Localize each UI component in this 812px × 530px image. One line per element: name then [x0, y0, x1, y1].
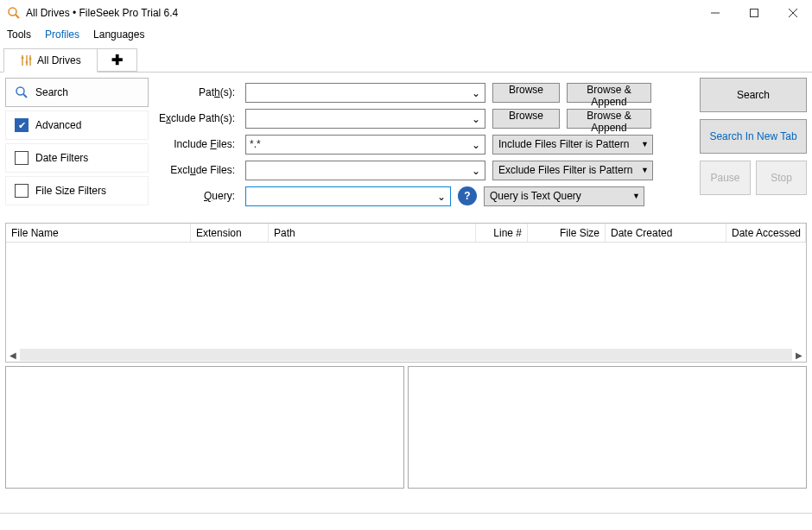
- search-icon: [15, 85, 29, 99]
- col-path[interactable]: Path: [269, 224, 476, 242]
- svg-point-7: [22, 57, 24, 60]
- svg-rect-3: [750, 9, 758, 17]
- col-file-size[interactable]: File Size: [528, 224, 606, 242]
- chevron-down-icon: ⌄: [469, 86, 483, 100]
- plus-icon: ✚: [111, 54, 123, 67]
- exclude-paths-browse-append-button[interactable]: Browse & Append: [567, 109, 651, 129]
- tab-strip: All Drives ✚: [0, 48, 812, 73]
- column-headers: File Name Extension Path Line # File Siz…: [6, 224, 806, 243]
- checkbox-checked-icon: ✔: [15, 118, 29, 132]
- checkbox-icon: [15, 151, 29, 165]
- menu-bar: Tools Profiles Languages: [0, 26, 812, 43]
- svg-point-11: [29, 58, 32, 60]
- query-combo[interactable]: ⌄: [245, 186, 451, 206]
- sidebar-label-date: Date Filters: [35, 152, 88, 164]
- exclude-paths-combo[interactable]: ⌄: [245, 109, 485, 129]
- sidebar-label-advanced: Advanced: [35, 119, 81, 131]
- svg-point-0: [9, 8, 16, 16]
- chevron-down-icon: ▼: [632, 192, 640, 200]
- stop-button[interactable]: Stop: [756, 161, 807, 195]
- col-date-accessed[interactable]: Date Accessed: [726, 224, 806, 242]
- sidebar-item-file-size-filters[interactable]: File Size Filters: [5, 176, 149, 205]
- sliders-icon: [20, 54, 32, 66]
- minimize-button[interactable]: [695, 0, 734, 26]
- horizontal-scrollbar[interactable]: ◀ ▶: [6, 348, 806, 362]
- include-files-combo[interactable]: *.*⌄: [245, 135, 485, 155]
- sidebar-label-search: Search: [35, 86, 68, 98]
- chevron-down-icon: ⌄: [469, 138, 483, 152]
- chevron-down-icon: ⌄: [435, 190, 448, 204]
- query-help-button[interactable]: ?: [458, 186, 477, 205]
- results-grid: File Name Extension Path Line # File Siz…: [5, 223, 807, 363]
- bottom-panes: [5, 366, 807, 489]
- results-body: [6, 243, 806, 348]
- tab-add[interactable]: ✚: [98, 48, 137, 72]
- pause-button[interactable]: Pause: [700, 161, 751, 195]
- svg-line-1: [16, 15, 19, 18]
- query-type-combo[interactable]: Query is Text Query▼: [484, 186, 644, 206]
- exclude-paths-label: Exclude Path(s):: [152, 112, 238, 124]
- col-extension[interactable]: Extension: [191, 224, 269, 242]
- sidebar-label-size: File Size Filters: [35, 185, 106, 197]
- menu-profiles[interactable]: Profiles: [45, 28, 79, 41]
- exclude-paths-browse-button[interactable]: Browse: [492, 109, 560, 129]
- svg-point-9: [26, 61, 29, 64]
- scroll-track[interactable]: [20, 349, 792, 361]
- title-bar: All Drives • FileSeek Pro Trial 6.4: [0, 0, 812, 26]
- scroll-left-icon[interactable]: ◀: [6, 348, 20, 362]
- query-label: Query:: [152, 190, 238, 202]
- chevron-down-icon: ⌄: [469, 164, 483, 178]
- chevron-down-icon: ▼: [641, 166, 649, 174]
- window-title: All Drives • FileSeek Pro Trial 6.4: [26, 7, 695, 19]
- menu-languages[interactable]: Languages: [93, 28, 144, 41]
- tab-label: All Drives: [37, 54, 81, 66]
- search-new-tab-button[interactable]: Search In New Tab: [700, 119, 807, 154]
- paths-combo[interactable]: ⌄: [245, 83, 485, 103]
- svg-line-13: [23, 94, 27, 98]
- col-file-name[interactable]: File Name: [6, 224, 191, 242]
- paths-browse-append-button[interactable]: Browse & Append: [567, 83, 651, 103]
- question-icon: ?: [464, 190, 470, 202]
- maximize-button[interactable]: [734, 0, 773, 26]
- app-icon: [7, 6, 21, 20]
- sidebar-item-search[interactable]: Search: [5, 78, 149, 107]
- menu-tools[interactable]: Tools: [7, 28, 31, 41]
- include-files-label: Include Files:: [152, 138, 238, 150]
- checkbox-icon: [15, 184, 29, 198]
- form-panel: Path(s): ⌄ Browse Browse & Append Exclud…: [149, 73, 700, 218]
- action-buttons: Search Search In New Tab Pause Stop: [700, 73, 812, 218]
- paths-label: Path(s):: [152, 86, 238, 98]
- paths-browse-button[interactable]: Browse: [492, 83, 560, 103]
- svg-point-12: [16, 87, 24, 95]
- include-files-type-combo[interactable]: Include Files Filter is Pattern▼: [492, 135, 653, 155]
- chevron-down-icon: ▼: [641, 140, 649, 148]
- chevron-down-icon: ⌄: [469, 112, 483, 126]
- sidebar-item-advanced[interactable]: ✔ Advanced: [5, 110, 149, 140]
- col-date-created[interactable]: Date Created: [606, 224, 726, 242]
- status-bar: [0, 513, 812, 530]
- exclude-files-combo[interactable]: ⌄: [245, 161, 485, 180]
- close-button[interactable]: [773, 0, 812, 26]
- exclude-files-type-combo[interactable]: Exclude Files Filter is Pattern▼: [492, 161, 653, 180]
- preview-pane-right: [408, 366, 807, 489]
- sidebar: Search ✔ Advanced Date Filters File Size…: [0, 73, 149, 218]
- tab-all-drives[interactable]: All Drives: [3, 48, 98, 73]
- exclude-files-label: Exclude Files:: [152, 164, 238, 176]
- sidebar-item-date-filters[interactable]: Date Filters: [5, 143, 149, 173]
- search-button[interactable]: Search: [700, 78, 807, 112]
- scroll-right-icon[interactable]: ▶: [792, 348, 806, 362]
- col-line-no[interactable]: Line #: [476, 224, 528, 242]
- preview-pane-left: [5, 366, 404, 489]
